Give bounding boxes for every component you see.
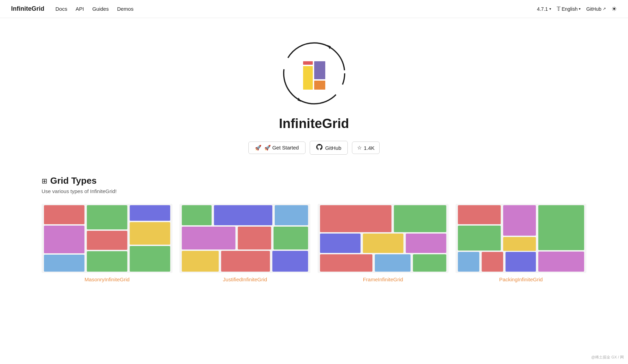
svg-rect-26 — [272, 251, 308, 272]
version-chevron-icon: ▾ — [549, 7, 551, 11]
svg-rect-45 — [538, 252, 584, 272]
github-hero-button[interactable]: GitHub — [310, 141, 348, 155]
justified-card[interactable]: JustifiedInfiniteGrid — [179, 204, 310, 282]
svg-rect-43 — [481, 252, 503, 272]
svg-rect-30 — [320, 234, 360, 253]
svg-rect-25 — [221, 251, 270, 272]
svg-rect-12 — [87, 231, 127, 250]
svg-rect-21 — [182, 227, 236, 249]
svg-rect-33 — [320, 254, 372, 272]
svg-rect-15 — [130, 222, 170, 245]
language-label: English — [562, 6, 578, 12]
packing-label: PackingInfiniteGrid — [499, 276, 543, 282]
justified-thumbnail — [179, 204, 310, 273]
nav-link-api[interactable]: API — [76, 6, 84, 12]
svg-rect-23 — [274, 227, 308, 249]
svg-rect-22 — [238, 227, 271, 249]
svg-rect-4 — [303, 66, 313, 90]
nav-links: DocsAPIGuidesDemos — [55, 6, 133, 12]
masonry-label: MasonryInfiniteGrid — [85, 276, 130, 282]
packing-card[interactable]: PackingInfiniteGrid — [455, 204, 586, 282]
packing-thumbnail — [455, 204, 586, 273]
frame-thumbnail — [318, 204, 449, 273]
masonry-thumbnail — [42, 204, 173, 273]
external-link-icon: ↗ — [603, 7, 606, 11]
stars-button[interactable]: ☆ 1.4K — [352, 142, 380, 154]
svg-rect-10 — [44, 255, 85, 272]
translate-icon: 𝕋 — [557, 6, 560, 12]
hero-title: InfiniteGrid — [279, 116, 349, 131]
version-selector[interactable]: 4.7.1 ▾ — [537, 6, 551, 12]
get-started-label: 🚀 Get Started — [264, 145, 299, 151]
theme-toggle[interactable]: ☀ — [611, 5, 617, 13]
github-label: GitHub — [586, 6, 601, 12]
section-title-row: ⊞ Grid Types — [42, 175, 586, 186]
justified-label: JustifiedInfiniteGrid — [223, 276, 267, 282]
svg-rect-20 — [275, 205, 308, 225]
section-subtitle: Use various types of InfiniteGrid! — [42, 188, 586, 194]
svg-rect-11 — [87, 205, 127, 229]
frame-card[interactable]: FrameInfiniteGrid — [318, 204, 449, 282]
svg-rect-14 — [130, 205, 170, 221]
svg-rect-34 — [375, 254, 410, 272]
svg-rect-3 — [303, 61, 313, 65]
svg-rect-37 — [458, 205, 501, 224]
language-selector[interactable]: 𝕋 English ▾ — [557, 6, 581, 12]
svg-rect-8 — [44, 205, 85, 224]
github-hero-label: GitHub — [325, 145, 342, 151]
nav-right: 4.7.1 ▾ 𝕋 English ▾ GitHub ↗ ☀ — [537, 5, 617, 13]
svg-rect-31 — [363, 234, 403, 253]
svg-rect-5 — [314, 61, 325, 79]
svg-rect-35 — [413, 254, 446, 272]
svg-rect-18 — [182, 205, 212, 225]
star-icon: ☆ — [357, 145, 362, 151]
hero-buttons: 🚀 🚀 Get Started GitHub ☆ 1.4K — [248, 141, 380, 155]
svg-rect-19 — [214, 205, 272, 225]
svg-rect-39 — [538, 205, 584, 250]
svg-rect-32 — [406, 234, 446, 253]
frame-label: FrameInfiniteGrid — [363, 276, 403, 282]
svg-rect-24 — [182, 251, 219, 272]
svg-rect-40 — [458, 226, 501, 251]
svg-rect-41 — [503, 237, 536, 251]
github-link[interactable]: GitHub ↗ — [586, 6, 606, 12]
svg-rect-28 — [320, 205, 391, 232]
svg-rect-42 — [458, 252, 479, 272]
navbar: InfiniteGrid DocsAPIGuidesDemos 4.7.1 ▾ … — [0, 0, 628, 18]
language-chevron-icon: ▾ — [579, 7, 581, 11]
nav-link-demos[interactable]: Demos — [117, 6, 134, 12]
get-started-button[interactable]: 🚀 🚀 Get Started — [248, 142, 306, 154]
svg-rect-38 — [503, 205, 536, 236]
grid-types-section: ⊞ Grid Types Use various types of Infini… — [0, 169, 628, 296]
nav-link-docs[interactable]: Docs — [55, 6, 67, 12]
svg-marker-2 — [298, 98, 301, 102]
svg-marker-1 — [327, 45, 331, 49]
section-title: Grid Types — [50, 175, 97, 186]
svg-rect-44 — [505, 252, 536, 272]
svg-rect-6 — [314, 81, 325, 90]
svg-rect-13 — [87, 251, 127, 272]
grid-types-icon: ⊞ — [42, 177, 47, 185]
svg-rect-9 — [44, 226, 85, 253]
svg-rect-29 — [394, 205, 446, 232]
nav-link-guides[interactable]: Guides — [92, 6, 109, 12]
masonry-card[interactable]: MasonryInfiniteGrid — [42, 204, 173, 282]
stars-count: 1.4K — [364, 145, 374, 151]
hero-logo-graphic — [280, 39, 349, 108]
grid-cards-container: MasonryInfiniteGrid — [42, 204, 586, 282]
logo-circle-svg — [280, 39, 349, 108]
nav-logo[interactable]: InfiniteGrid — [11, 5, 44, 12]
hero-section: InfiniteGrid 🚀 🚀 Get Started GitHub ☆ 1.… — [0, 18, 628, 169]
github-icon — [316, 144, 322, 152]
version-label: 4.7.1 — [537, 6, 548, 12]
nav-left: InfiniteGrid DocsAPIGuidesDemos — [11, 5, 133, 12]
svg-rect-16 — [130, 246, 170, 272]
rocket-icon: 🚀 — [255, 145, 262, 151]
